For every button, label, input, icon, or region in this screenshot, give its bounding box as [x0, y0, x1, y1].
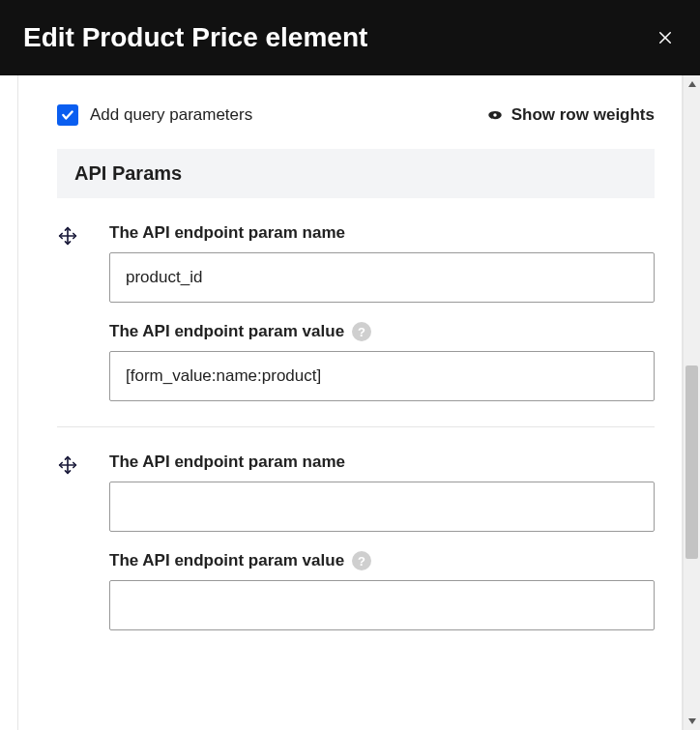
- field-group: The API endpoint param name: [109, 453, 655, 532]
- add-query-params-label: Add query parameters: [90, 105, 252, 125]
- top-row: Add query parameters Show row weights: [57, 104, 655, 126]
- chevron-up-icon[interactable]: [684, 75, 700, 93]
- close-icon[interactable]: [654, 26, 677, 49]
- eye-icon: [486, 106, 504, 124]
- scrollbar-thumb[interactable]: [685, 365, 698, 559]
- param-name-input[interactable]: [109, 252, 655, 303]
- help-icon[interactable]: ?: [352, 322, 371, 341]
- svg-point-3: [493, 113, 496, 116]
- param-name-input[interactable]: [109, 482, 655, 532]
- field-label-row: The API endpoint param name: [109, 453, 655, 472]
- move-icon[interactable]: [57, 225, 78, 247]
- param-value-input[interactable]: [109, 351, 655, 401]
- field-group: The API endpoint param value ?: [109, 551, 655, 630]
- param-row: The API endpoint param name The API endp…: [57, 223, 655, 427]
- param-fields: The API endpoint param name The API endp…: [109, 223, 655, 401]
- show-row-weights-button[interactable]: Show row weights: [486, 105, 655, 125]
- scrollbar[interactable]: [683, 75, 700, 730]
- dialog-header: Edit Product Price element: [0, 0, 700, 75]
- content-wrapper: Add query parameters Show row weights AP…: [0, 75, 700, 730]
- api-params-section-title: API Params: [74, 162, 182, 184]
- field-label-row: The API endpoint param value ?: [109, 551, 655, 570]
- svg-marker-8: [688, 81, 696, 87]
- svg-marker-9: [688, 718, 696, 724]
- param-row: The API endpoint param name The API endp…: [57, 453, 655, 656]
- dialog-title: Edit Product Price element: [23, 22, 367, 53]
- param-name-label: The API endpoint param name: [109, 223, 345, 243]
- field-group: The API endpoint param name: [109, 223, 655, 303]
- show-row-weights-label: Show row weights: [511, 105, 655, 125]
- api-params-section-header: API Params: [57, 149, 655, 198]
- param-value-label: The API endpoint param value: [109, 551, 344, 570]
- field-label-row: The API endpoint param value ?: [109, 322, 655, 341]
- param-fields: The API endpoint param name The API endp…: [109, 453, 655, 630]
- move-icon[interactable]: [57, 454, 78, 476]
- field-label-row: The API endpoint param name: [109, 223, 655, 243]
- param-value-input[interactable]: [109, 580, 655, 630]
- checkbox-row: Add query parameters: [57, 104, 252, 126]
- add-query-params-checkbox[interactable]: [57, 104, 78, 126]
- field-group: The API endpoint param value ?: [109, 322, 655, 401]
- content-area: Add query parameters Show row weights AP…: [17, 75, 683, 730]
- param-name-label: The API endpoint param name: [109, 453, 345, 472]
- help-icon[interactable]: ?: [352, 551, 371, 570]
- param-value-label: The API endpoint param value: [109, 322, 344, 341]
- chevron-down-icon[interactable]: [684, 713, 700, 730]
